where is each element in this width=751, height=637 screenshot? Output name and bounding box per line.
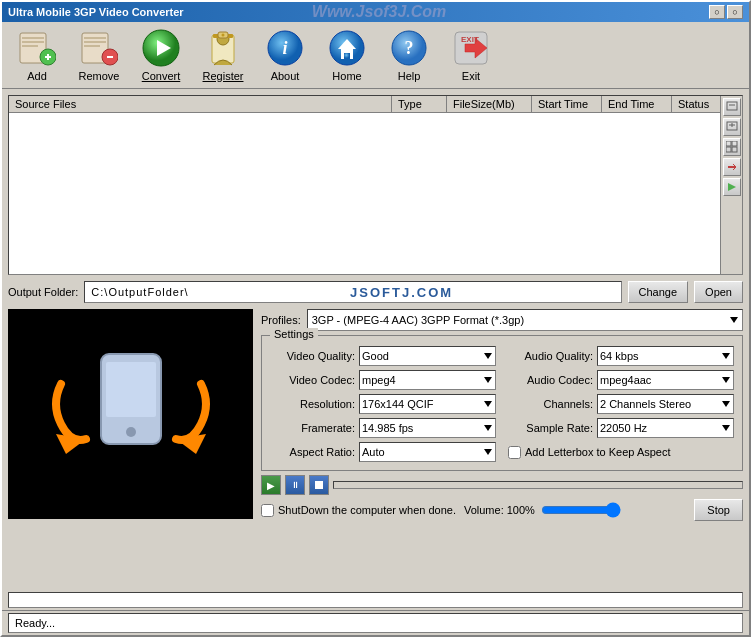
register-label: Register xyxy=(203,70,244,82)
progress-area xyxy=(2,590,749,610)
minimize-button[interactable]: ○ xyxy=(709,5,725,19)
remove-button[interactable]: Remove xyxy=(70,26,128,84)
about-button[interactable]: i About xyxy=(256,26,314,84)
col-source-files: Source Files xyxy=(9,96,392,112)
svg-text:i: i xyxy=(282,38,287,58)
watermark: Www.Jsof3J.Com xyxy=(312,3,447,21)
home-button[interactable]: Home xyxy=(318,26,376,84)
main-window: Ultra Mobile 3GP Video Converter Www.Jso… xyxy=(0,0,751,637)
side-btn-2[interactable] xyxy=(723,118,741,136)
col-type: Type xyxy=(392,96,447,112)
profiles-row: Profiles: 3GP - (MPEG-4 AAC) 3GPP Format… xyxy=(261,309,743,331)
svg-point-19 xyxy=(222,34,225,37)
side-buttons xyxy=(720,96,742,274)
audio-quality-label: Audio Quality: xyxy=(508,350,593,362)
volume-label: Volume: 100% xyxy=(464,504,535,516)
help-label: Help xyxy=(398,70,421,82)
svg-rect-12 xyxy=(107,56,113,58)
convert-label: Convert xyxy=(142,70,181,82)
exit-icon: EXIT xyxy=(451,28,491,68)
svg-point-44 xyxy=(126,427,136,437)
svg-marker-41 xyxy=(728,183,736,191)
change-button[interactable]: Change xyxy=(628,281,689,303)
open-button[interactable]: Open xyxy=(694,281,743,303)
resolution-select[interactable]: 176x144 QCIF xyxy=(359,394,496,414)
playback-controls: ▶ ⏸ xyxy=(261,475,743,495)
sample-rate-label: Sample Rate: xyxy=(508,422,593,434)
exit-button[interactable]: EXIT Exit xyxy=(442,26,500,84)
output-watermark: JSOFTJ.COM xyxy=(189,285,615,300)
audio-codec-row: Audio Codec: mpeg4aac xyxy=(508,370,734,390)
shutdown-label: ShutDown the computer when done. xyxy=(278,504,456,516)
framerate-label: Framerate: xyxy=(270,422,355,434)
add-button[interactable]: Add xyxy=(8,26,66,84)
preview-image xyxy=(31,324,231,504)
convert-icon xyxy=(141,28,181,68)
svg-rect-2 xyxy=(22,41,44,43)
side-btn-3[interactable] xyxy=(723,138,741,156)
pause-button[interactable]: ⏸ xyxy=(285,475,305,495)
letterbox-checkbox[interactable] xyxy=(508,446,521,459)
add-label: Add xyxy=(27,70,47,82)
svg-rect-6 xyxy=(47,54,49,60)
resolution-label: Resolution: xyxy=(270,398,355,410)
about-label: About xyxy=(271,70,300,82)
framerate-row: Framerate: 14.985 fps xyxy=(270,418,496,438)
home-icon xyxy=(327,28,367,68)
col-start-time: Start Time xyxy=(532,96,602,112)
toolbar: Add Remove xyxy=(2,22,749,89)
svg-rect-38 xyxy=(726,147,731,152)
profiles-label: Profiles: xyxy=(261,314,301,326)
play-button[interactable]: ▶ xyxy=(261,475,281,495)
letterbox-row: Add Letterbox to Keep Aspect xyxy=(508,442,734,462)
video-quality-label: Video Quality: xyxy=(270,350,355,362)
file-list: Source Files Type FileSize(Mb) Start Tim… xyxy=(9,96,742,274)
channels-label: Channels: xyxy=(508,398,593,410)
svg-rect-3 xyxy=(22,45,38,47)
output-row: Output Folder: C:\OutputFolder\ JSOFTJ.C… xyxy=(8,281,743,303)
side-btn-5[interactable] xyxy=(723,178,741,196)
add-icon xyxy=(17,28,57,68)
stop-small-button[interactable] xyxy=(309,475,329,495)
svg-rect-25 xyxy=(344,53,350,59)
side-btn-4[interactable] xyxy=(723,158,741,176)
svg-rect-37 xyxy=(732,141,737,146)
remove-icon xyxy=(79,28,119,68)
video-quality-select[interactable]: Good xyxy=(359,346,496,366)
svg-rect-8 xyxy=(84,37,106,39)
svg-rect-1 xyxy=(22,37,44,39)
status-area: Ready... xyxy=(2,610,749,635)
audio-codec-label: Audio Codec: xyxy=(508,374,593,386)
video-codec-label: Video Codec: xyxy=(270,374,355,386)
file-list-body[interactable] xyxy=(9,113,742,253)
main-progress-track xyxy=(8,592,743,608)
help-button[interactable]: ? Help xyxy=(380,26,438,84)
aspect-ratio-select[interactable]: Auto xyxy=(359,442,496,462)
side-btn-1[interactable] xyxy=(723,98,741,116)
help-icon: ? xyxy=(389,28,429,68)
home-label: Home xyxy=(332,70,361,82)
framerate-select[interactable]: 14.985 fps xyxy=(359,418,496,438)
exit-label: Exit xyxy=(462,70,480,82)
svg-rect-31 xyxy=(727,102,737,110)
window-title: Ultra Mobile 3GP Video Converter xyxy=(8,6,184,18)
svg-rect-36 xyxy=(726,141,731,146)
progress-track[interactable] xyxy=(333,481,743,489)
letterbox-label: Add Letterbox to Keep Aspect xyxy=(525,446,671,458)
channels-select[interactable]: 2 Channels Stereo xyxy=(597,394,734,414)
profiles-select[interactable]: 3GP - (MPEG-4 AAC) 3GPP Format (*.3gp) xyxy=(307,309,743,331)
register-button[interactable]: Register xyxy=(194,26,252,84)
file-list-header: Source Files Type FileSize(Mb) Start Tim… xyxy=(9,96,742,113)
convert-button[interactable]: Convert xyxy=(132,26,190,84)
aspect-ratio-label: Aspect Ratio: xyxy=(270,446,355,458)
audio-quality-select[interactable]: 64 kbps xyxy=(597,346,734,366)
video-codec-select[interactable]: mpeg4 xyxy=(359,370,496,390)
file-list-area: Source Files Type FileSize(Mb) Start Tim… xyxy=(8,95,743,275)
stop-button[interactable]: Stop xyxy=(694,499,743,521)
audio-codec-select[interactable]: mpeg4aac xyxy=(597,370,734,390)
main-content: Source Files Type FileSize(Mb) Start Tim… xyxy=(2,89,749,590)
shutdown-checkbox[interactable] xyxy=(261,504,274,517)
maximize-button[interactable]: ○ xyxy=(727,5,743,19)
volume-slider[interactable] xyxy=(541,502,621,518)
sample-rate-select[interactable]: 22050 Hz xyxy=(597,418,734,438)
